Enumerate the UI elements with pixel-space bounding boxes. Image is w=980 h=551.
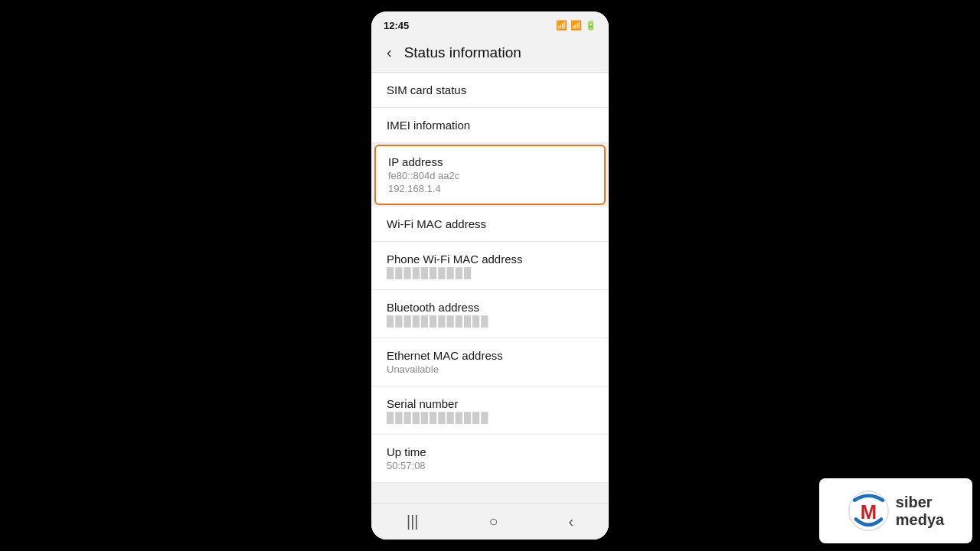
svg-text:M: M — [861, 501, 877, 523]
up-time-value: 50:57:08 — [387, 460, 593, 471]
watermark-logo: M — [848, 490, 890, 532]
sim-card-status-title: SIM card status — [387, 83, 593, 96]
imei-information-title: IMEI information — [387, 119, 593, 132]
battery-icon: 🔋 — [585, 20, 596, 31]
serial-number-value: ████████████ — [387, 412, 593, 423]
bluetooth-address-value: ████████████ — [387, 315, 593, 327]
menu-nav-button[interactable]: ||| — [394, 510, 431, 533]
nav-bar: ||| ○ ‹ — [371, 503, 609, 540]
home-nav-button[interactable]: ○ — [476, 510, 510, 533]
top-bar: ‹ Status information — [371, 36, 609, 73]
list-item-serial-number[interactable]: Serial number ████████████ — [371, 386, 609, 435]
status-icons: 📶 📶 🔋 — [556, 20, 596, 31]
page-title: Status information — [404, 44, 521, 61]
ethernet-mac-address-title: Ethernet MAC address — [387, 349, 593, 362]
bluetooth-address-title: Bluetooth address — [387, 301, 593, 314]
list-item-bluetooth-address[interactable]: Bluetooth address ████████████ — [371, 290, 609, 338]
wifi-icon: 📶 — [556, 20, 567, 31]
list-item-phone-wifi-mac-address[interactable]: Phone Wi-Fi MAC address ██████████ — [371, 242, 609, 290]
phone-wifi-mac-address-value: ██████████ — [387, 267, 593, 279]
signal-icon: 📶 — [570, 20, 582, 31]
watermark: M siber medya — [819, 478, 972, 543]
back-button[interactable]: ‹ — [384, 42, 395, 63]
list-item-up-time[interactable]: Up time 50:57:08 — [371, 435, 609, 483]
list-item-ethernet-mac-address[interactable]: Ethernet MAC address Unavailable — [371, 338, 609, 386]
list-item-imei-information[interactable]: IMEI information — [371, 108, 609, 143]
ip-address-value2: 192.168.1.4 — [388, 183, 592, 194]
ethernet-mac-address-value: Unavailable — [387, 364, 593, 375]
list-item-wifi-mac-address[interactable]: Wi-Fi MAC address — [371, 207, 609, 242]
phone-frame: 12:45 📶 📶 🔋 ‹ Status information SIM car… — [371, 11, 609, 540]
list-item-sim-card-status[interactable]: SIM card status — [371, 73, 609, 108]
serial-number-title: Serial number — [387, 397, 593, 410]
wifi-mac-address-title: Wi-Fi MAC address — [387, 217, 593, 230]
watermark-text: siber medya — [896, 494, 944, 529]
back-nav-button[interactable]: ‹ — [556, 510, 586, 533]
list-item-ip-address[interactable]: IP address fe80::804d aa2c 192.168.1.4 — [374, 145, 606, 205]
phone-wifi-mac-address-title: Phone Wi-Fi MAC address — [387, 253, 593, 266]
status-time: 12:45 — [384, 20, 409, 31]
ip-address-title: IP address — [388, 155, 592, 168]
content-area: SIM card status IMEI information IP addr… — [371, 73, 609, 503]
status-bar: 12:45 📶 📶 🔋 — [371, 11, 609, 36]
ip-address-value: fe80::804d aa2c — [388, 170, 592, 181]
up-time-title: Up time — [387, 445, 593, 458]
